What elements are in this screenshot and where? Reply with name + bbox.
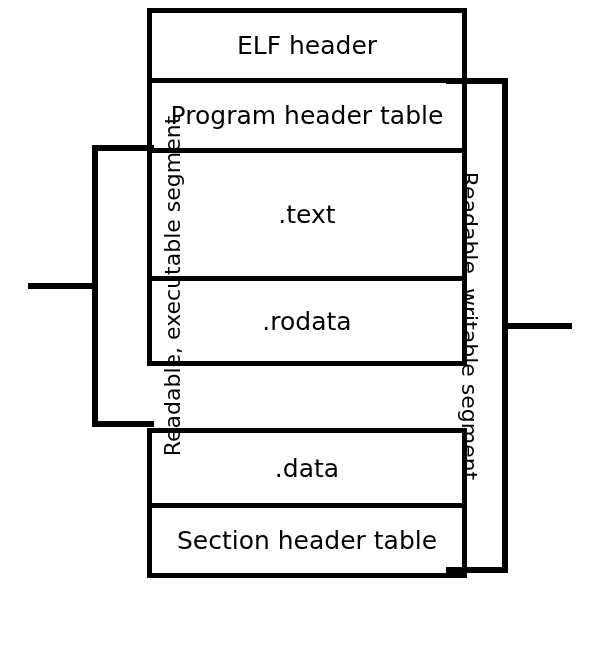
bracket-bottom-icon [92,421,154,427]
bracket-handle-icon [28,283,98,289]
box-elf-header: ELF header [147,8,467,78]
box-rodata-section: .rodata [147,276,467,366]
segment-readable-executable: Readable, executable segment [4,145,124,427]
box-text-section: .text [147,148,467,276]
bracket-handle-icon [502,323,572,329]
elf-column: ELF header Program header table .text .r… [147,8,467,578]
box-section-header-table: Section header table [147,503,467,578]
bracket-stem-icon [502,78,508,573]
elf-layout-diagram: ELF header Program header table .text .r… [0,0,600,664]
box-data-section: .data [147,428,467,503]
box-program-header-table: Program header table [147,78,467,148]
bracket-stem-icon [92,145,98,427]
gap-between-segments [147,366,467,428]
segment-readable-writable: Readable, writable segment [476,78,596,573]
bracket-top-icon [92,145,154,151]
